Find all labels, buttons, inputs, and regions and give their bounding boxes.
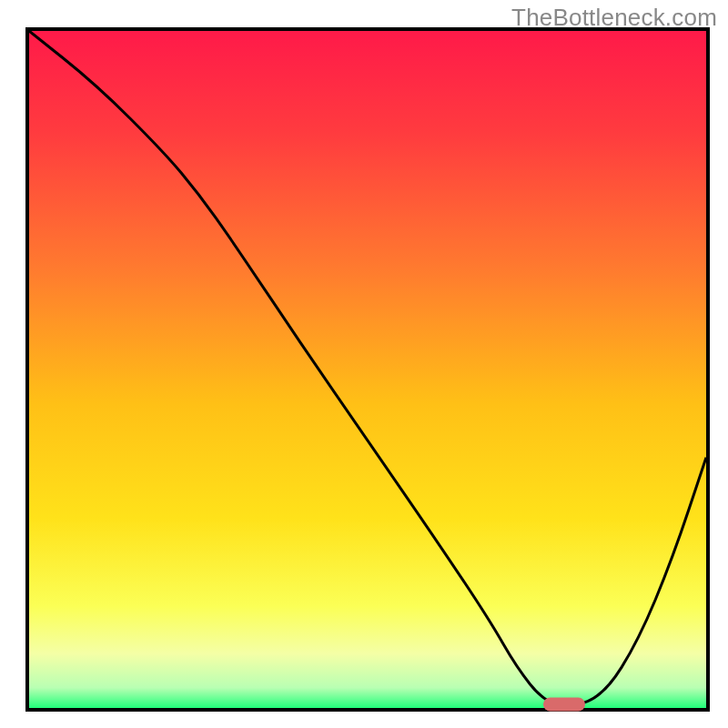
plot-frame — [25, 27, 710, 712]
chart-root: TheBottleneck.com — [0, 0, 728, 728]
optimal-marker — [543, 698, 585, 712]
svg-rect-0 — [29, 31, 706, 708]
background-gradient — [29, 31, 706, 708]
